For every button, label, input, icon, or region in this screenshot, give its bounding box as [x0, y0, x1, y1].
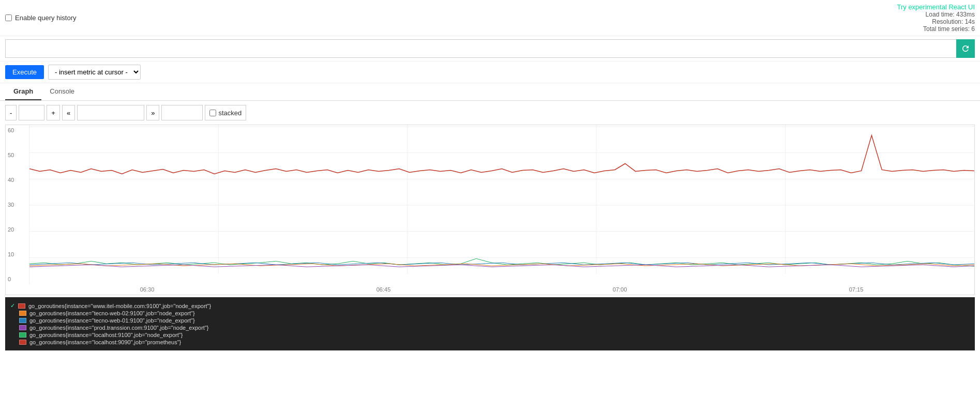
action-row: Execute - insert metric at cursor - [0, 62, 980, 83]
enable-history-label: Enable query history [15, 14, 77, 22]
chart-svg [29, 125, 974, 284]
next-time-button[interactable]: » [146, 105, 159, 120]
refresh-icon [961, 44, 970, 53]
legend: ✓ go_goroutines{instance="www.itel-mobil… [5, 297, 975, 350]
insert-metric-select[interactable]: - insert metric at cursor - [48, 65, 141, 80]
legend-color-4 [19, 332, 26, 338]
graph-controls: - 1h + « Until » Res. (s) stacked [0, 101, 980, 125]
stacked-text: stacked [218, 109, 242, 117]
total-time-series: Total time series: 6 [897, 25, 975, 33]
top-right-info: Try experimental React UI Load time: 433… [897, 3, 975, 33]
y-label-50: 50 [8, 152, 27, 158]
x-label-0645: 06:45 [376, 286, 391, 293]
y-label-20: 20 [8, 226, 27, 233]
graph-area: 0 10 20 30 40 50 60 [5, 125, 975, 295]
series-purple [29, 265, 974, 267]
y-label-60: 60 [8, 127, 27, 133]
time-range-input[interactable]: 1h [19, 105, 44, 120]
x-axis-labels: 06:30 06:45 07:00 07:15 [29, 284, 974, 295]
tab-graph[interactable]: Graph [5, 83, 41, 100]
legend-label-4: go_goroutines{instance="localhost:9100",… [29, 332, 183, 338]
execute-button[interactable]: Execute [5, 65, 44, 79]
refresh-button[interactable] [956, 39, 975, 58]
load-time: Load time: 433ms [897, 11, 975, 18]
prev-time-button[interactable]: « [62, 105, 75, 120]
try-react-ui-link[interactable]: Try experimental React UI [897, 3, 975, 11]
enable-history-container: Enable query history [5, 14, 77, 22]
legend-color-2 [19, 318, 26, 323]
enable-history-checkbox[interactable] [5, 14, 12, 21]
legend-label-0: go_goroutines{instance="www.itel-mobile.… [28, 303, 211, 309]
query-input[interactable]: go_goroutines [5, 39, 957, 58]
top-bar: Enable query history Try experimental Re… [0, 0, 980, 36]
legend-label-5: go_goroutines{instance="localhost:9090",… [29, 339, 181, 345]
resolution-input[interactable]: Res. (s) [161, 105, 203, 120]
legend-item-5: go_goroutines{instance="localhost:9090",… [10, 339, 970, 345]
zoom-out-button[interactable]: - [5, 105, 17, 120]
y-label-40: 40 [8, 177, 27, 183]
chart-body [29, 125, 974, 284]
legend-item-3: go_goroutines{instance="prod.transsion.c… [10, 325, 970, 331]
resolution: Resolution: 14s [897, 18, 975, 25]
y-label-10: 10 [8, 251, 27, 257]
legend-item-2: go_goroutines{instance="tecno-web-01:910… [10, 317, 970, 324]
y-label-30: 30 [8, 202, 27, 208]
x-label-0630: 06:30 [140, 286, 155, 293]
legend-color-3 [19, 325, 26, 330]
x-label-0700: 07:00 [613, 286, 627, 293]
stacked-label[interactable]: stacked [205, 105, 246, 120]
main-series-line [29, 135, 974, 174]
x-label-0715: 07:15 [849, 286, 864, 293]
tab-console[interactable]: Console [41, 83, 83, 100]
legend-item-4: go_goroutines{instance="localhost:9100",… [10, 332, 970, 338]
legend-item-0: ✓ go_goroutines{instance="www.itel-mobil… [10, 302, 970, 309]
until-input[interactable]: Until [77, 105, 144, 120]
query-row: go_goroutines [0, 36, 980, 62]
legend-item-1: go_goroutines{instance="tecno-web-02:910… [10, 310, 970, 316]
y-axis: 0 10 20 30 40 50 60 [6, 125, 29, 284]
zoom-in-button[interactable]: + [47, 105, 60, 120]
legend-color-5 [19, 340, 26, 345]
legend-color-1 [19, 311, 26, 316]
legend-check-0: ✓ [10, 302, 15, 309]
legend-label-1: go_goroutines{instance="tecno-web-02:910… [29, 310, 195, 316]
tabs-row: Graph Console [0, 83, 980, 101]
legend-color-0 [18, 303, 25, 309]
stacked-checkbox[interactable] [209, 110, 216, 116]
y-label-0: 0 [8, 276, 27, 282]
legend-label-3: go_goroutines{instance="prod.transsion.c… [29, 325, 208, 331]
legend-label-2: go_goroutines{instance="tecno-web-01:910… [29, 317, 195, 324]
